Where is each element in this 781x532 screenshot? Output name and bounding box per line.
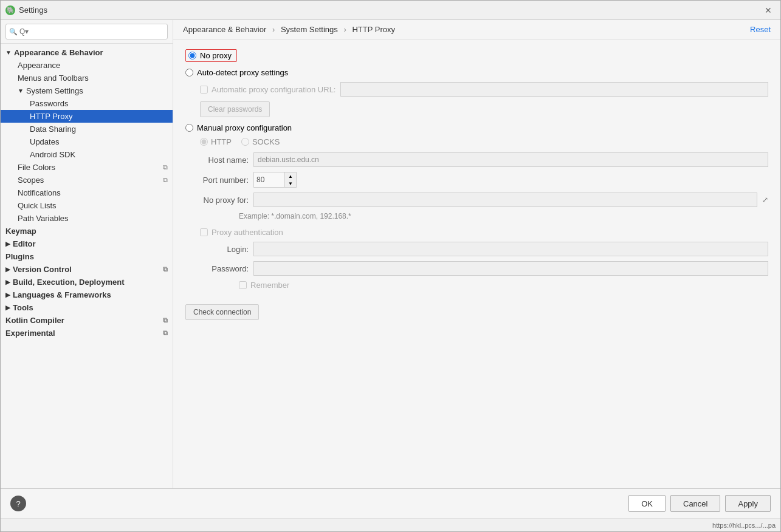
spinner-down-button[interactable]: ▼ — [285, 180, 296, 187]
search-wrap: 🔍 — [5, 24, 168, 39]
settings-window: 🐘 Settings ✕ 🔍 ▼ Appearance & Behavior — [0, 0, 781, 532]
sidebar-item-plugins[interactable]: Plugins — [1, 250, 173, 263]
auto-config-url-checkbox[interactable] — [200, 86, 208, 94]
search-icon: 🔍 — [9, 28, 18, 36]
expand-icon[interactable]: ⤢ — [762, 196, 768, 204]
sidebar-item-kotlin-compiler[interactable]: Kotlin Compiler ⧉ — [1, 314, 173, 327]
auto-config-url-row: Automatic proxy configuration URL: — [200, 82, 768, 97]
auto-config-section: Automatic proxy configuration URL: Clear… — [200, 82, 768, 117]
sidebar-item-quick-lists[interactable]: Quick Lists — [1, 199, 173, 212]
breadcrumb-current: HTTP Proxy — [352, 25, 395, 34]
bottom-bar-left: ? — [10, 496, 26, 511]
sidebar-item-version-control[interactable]: ▶ Version Control ⧉ — [1, 263, 173, 276]
sidebar-item-tools[interactable]: ▶ Tools — [1, 301, 173, 314]
auto-config-url-input[interactable] — [340, 82, 768, 97]
sidebar-item-appearance[interactable]: Appearance — [1, 59, 173, 72]
title-bar-left: 🐘 Settings — [5, 5, 47, 15]
sidebar-item-path-variables[interactable]: Path Variables — [1, 212, 173, 225]
spinner-up-button[interactable]: ▲ — [285, 172, 296, 180]
check-connection-row: Check connection — [185, 295, 768, 320]
ok-button[interactable]: OK — [628, 495, 666, 512]
sidebar-item-file-colors[interactable]: File Colors ⧉ — [1, 161, 173, 174]
window-title: Settings — [19, 5, 47, 15]
breadcrumb-sep2: › — [343, 25, 346, 34]
main-content: 🔍 ▼ Appearance & Behavior Appearance — [1, 20, 780, 488]
sidebar-item-build-exec-deploy[interactable]: ▶ Build, Execution, Deployment — [1, 276, 173, 288]
app-icon: 🐘 — [5, 5, 15, 15]
apply-button[interactable]: Apply — [725, 495, 771, 512]
nav-tree: ▼ Appearance & Behavior Appearance Menus… — [1, 44, 173, 488]
proxy-auth-checkbox[interactable] — [200, 228, 208, 236]
sidebar-item-experimental[interactable]: Experimental ⧉ — [1, 327, 173, 339]
manual-proxy-radio[interactable] — [185, 124, 193, 132]
sidebar-item-scopes[interactable]: Scopes ⧉ — [1, 174, 173, 186]
sidebar-item-http-proxy[interactable]: HTTP Proxy — [1, 110, 173, 123]
clear-passwords-button[interactable]: Clear passwords — [200, 101, 270, 117]
http-radio[interactable] — [200, 138, 208, 146]
port-number-input[interactable] — [254, 172, 284, 187]
help-button[interactable]: ? — [10, 496, 26, 511]
manual-proxy-option: Manual proxy configuration — [185, 123, 768, 132]
port-number-label: Port number: — [200, 176, 249, 185]
sidebar-item-android-sdk[interactable]: Android SDK — [1, 148, 173, 161]
no-proxy-option: No proxy — [185, 49, 768, 62]
sidebar-item-system-settings[interactable]: ▼ System Settings — [1, 84, 173, 97]
sidebar-item-keymap[interactable]: Keymap — [1, 225, 173, 237]
no-proxy-label[interactable]: No proxy — [185, 49, 237, 62]
http-socks-row: HTTP SOCKS — [200, 137, 768, 146]
host-name-label: Host name: — [200, 155, 249, 165]
close-button[interactable]: ✕ — [761, 3, 776, 18]
password-input[interactable] — [253, 261, 768, 276]
search-box: 🔍 — [1, 20, 173, 44]
bottom-bar: ? OK Cancel Apply — [1, 488, 780, 518]
cancel-button[interactable]: Cancel — [670, 495, 720, 512]
no-proxy-for-row: No proxy for: ⤢ — [200, 193, 768, 207]
auto-config-url-label: Automatic proxy configuration URL: — [212, 85, 335, 94]
version-control-copy-icon: ⧉ — [163, 265, 168, 273]
search-input[interactable] — [5, 24, 168, 39]
sidebar-item-data-sharing[interactable]: Data Sharing — [1, 123, 173, 135]
login-input[interactable] — [253, 242, 768, 256]
clear-passwords-row: Clear passwords — [200, 101, 768, 117]
port-number-spinner: ▲ ▼ — [253, 172, 297, 188]
no-proxy-radio[interactable] — [188, 52, 196, 60]
example-text: Example: *.domain.com, 192.168.* — [239, 212, 768, 220]
status-url: https://hkl..pcs.../...pa — [712, 522, 776, 529]
file-colors-copy-icon: ⧉ — [163, 163, 168, 171]
host-name-input[interactable] — [253, 152, 768, 167]
kotlin-compiler-copy-icon: ⧉ — [163, 316, 168, 324]
login-label: Login: — [200, 245, 249, 254]
auto-detect-radio[interactable] — [185, 69, 193, 77]
socks-radio[interactable] — [241, 138, 249, 146]
sidebar-item-editor[interactable]: ▶ Editor — [1, 237, 173, 250]
sidebar-item-languages-frameworks[interactable]: ▶ Languages & Frameworks — [1, 288, 173, 301]
no-proxy-for-input[interactable] — [253, 193, 757, 207]
breadcrumb: Appearance & Behavior › System Settings … — [183, 25, 395, 34]
host-name-row: Host name: — [200, 152, 768, 167]
remember-row: Remember — [239, 281, 768, 290]
sidebar-item-notifications[interactable]: Notifications — [1, 186, 173, 199]
check-connection-button[interactable]: Check connection — [185, 304, 259, 320]
sidebar-item-passwords[interactable]: Passwords — [1, 97, 173, 110]
breadcrumb-sep1: › — [272, 25, 275, 34]
sidebar: 🔍 ▼ Appearance & Behavior Appearance — [1, 20, 173, 488]
breadcrumb-part2: System Settings — [281, 25, 338, 34]
right-panel: Appearance & Behavior › System Settings … — [173, 20, 780, 488]
sidebar-item-appearance-behavior[interactable]: ▼ Appearance & Behavior — [1, 46, 173, 59]
reset-link[interactable]: Reset — [750, 25, 771, 34]
sidebar-item-menus-toolbars[interactable]: Menus and Toolbars — [1, 72, 173, 84]
remember-label: Remember — [250, 281, 289, 290]
sidebar-item-updates[interactable]: Updates — [1, 135, 173, 148]
breadcrumb-bar: Appearance & Behavior › System Settings … — [173, 20, 780, 39]
scopes-copy-icon: ⧉ — [163, 176, 168, 184]
experimental-copy-icon: ⧉ — [163, 329, 168, 337]
proxy-auth-label: Proxy authentication — [212, 228, 283, 237]
spinner-buttons: ▲ ▼ — [284, 172, 296, 187]
breadcrumb-part1: Appearance & Behavior — [183, 25, 266, 34]
proxy-auth-row: Proxy authentication — [200, 228, 768, 237]
no-proxy-for-label: No proxy for: — [200, 196, 249, 205]
auto-detect-option: Auto-detect proxy settings — [185, 68, 768, 77]
port-number-row: Port number: ▲ ▼ — [200, 172, 768, 188]
title-bar: 🐘 Settings ✕ — [1, 1, 780, 20]
remember-checkbox[interactable] — [239, 281, 247, 289]
